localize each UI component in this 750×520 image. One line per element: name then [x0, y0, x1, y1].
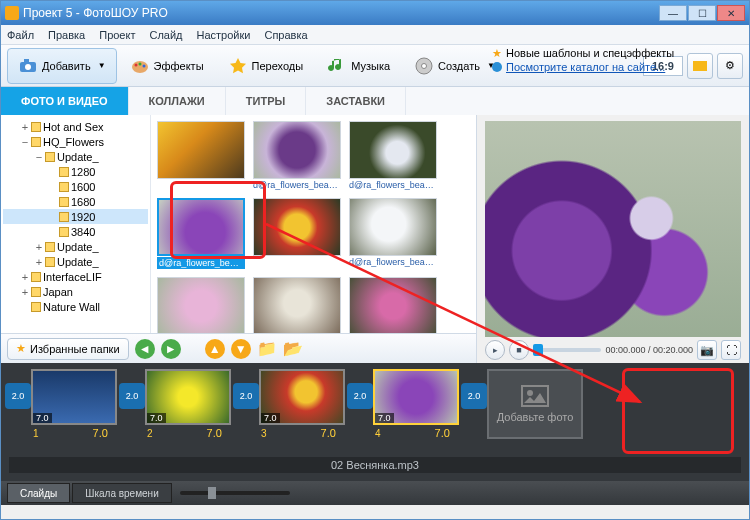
svg-point-4 — [134, 63, 137, 66]
gear-icon: ⚙ — [725, 59, 735, 72]
nav-up-button[interactable]: ▲ — [205, 339, 225, 359]
timeline-clip[interactable]: 7.027.0 — [145, 369, 231, 425]
thumbnail[interactable]: d@ra_flowers_beauty (33 — [253, 121, 341, 190]
tree-node[interactable]: 1600 — [3, 179, 148, 194]
promo-link[interactable]: Посмотрите каталог на сайте... — [506, 60, 665, 74]
menu-project[interactable]: Проект — [99, 29, 135, 41]
transition-chip[interactable]: 2.0 — [119, 383, 145, 409]
folder-tree[interactable]: +Hot and Sex−HQ_Flowers−Update_128016001… — [1, 115, 151, 333]
tree-node[interactable]: 1920 — [3, 209, 148, 224]
titlebar: Проект 5 - ФотоШОУ PRO — ☐ ✕ — [1, 1, 749, 25]
tree-node[interactable]: 1280 — [3, 164, 148, 179]
transition-chip[interactable]: 2.0 — [461, 383, 487, 409]
nav-forward-button[interactable]: ► — [161, 339, 181, 359]
menu-edit[interactable]: Правка — [48, 29, 85, 41]
menubar: Файл Правка Проект Слайд Настройки Справ… — [1, 25, 749, 45]
camera-icon — [18, 56, 38, 76]
tree-node[interactable]: +Update_ — [3, 254, 148, 269]
effects-button[interactable]: Эффекты — [119, 48, 215, 84]
tab-photo-video[interactable]: ФОТО И ВИДЕО — [1, 87, 129, 115]
favorites-bar: ★ Избранные папки ◄ ► ▲ ▼ 📁 📂 — [1, 333, 476, 363]
thumbnail[interactable] — [253, 198, 341, 269]
add-button[interactable]: Добавить▼ — [7, 48, 117, 84]
nav-back-button[interactable]: ◄ — [135, 339, 155, 359]
globe-icon — [492, 62, 502, 72]
svg-rect-2 — [24, 59, 29, 63]
seek-slider[interactable] — [533, 348, 601, 352]
tab-collage[interactable]: КОЛЛАЖИ — [129, 87, 226, 115]
disc-icon — [414, 56, 434, 76]
transition-chip[interactable]: 2.0 — [233, 383, 259, 409]
view-slides-tab[interactable]: Слайды — [7, 483, 70, 503]
thumbnail[interactable]: d@ra_flowers_beauty (47 — [349, 198, 437, 269]
thumbnail-grid: d@ra_flowers_beauty (33d@ra_flowers_beau… — [151, 115, 476, 333]
thumbnail[interactable] — [253, 277, 341, 333]
thumbnail[interactable]: d@ra_flowers_beauty (45 — [349, 121, 437, 190]
tree-node[interactable]: +Update_ — [3, 239, 148, 254]
play-button[interactable]: ▸ — [485, 340, 505, 360]
music-button[interactable]: Музыка — [316, 48, 401, 84]
transitions-button[interactable]: Переходы — [217, 48, 315, 84]
audio-track[interactable]: 02 Веснянка.mp3 — [9, 457, 741, 473]
snapshot-button[interactable]: 📷 — [697, 340, 717, 360]
maximize-button[interactable]: ☐ — [688, 5, 716, 21]
star-icon — [228, 56, 248, 76]
stop-button[interactable]: ■ — [509, 340, 529, 360]
tree-node[interactable]: −Update_ — [3, 149, 148, 164]
tree-node[interactable]: +Hot and Sex — [3, 119, 148, 134]
menu-settings[interactable]: Настройки — [197, 29, 251, 41]
tree-node[interactable]: −HQ_Flowers — [3, 134, 148, 149]
create-button[interactable]: Создать▼ — [403, 48, 506, 84]
transition-chip[interactable]: 2.0 — [5, 383, 31, 409]
palette-icon — [130, 56, 150, 76]
thumbnail[interactable] — [157, 121, 245, 190]
timeline: 2.07.017.02.07.027.02.07.037.02.07.047.0… — [1, 363, 749, 481]
thumbnail[interactable]: d@ra_flowers_beauty (46.. — [157, 198, 245, 269]
display-mode-button[interactable] — [687, 53, 713, 79]
svg-point-5 — [138, 62, 141, 65]
player-controls: ▸ ■ 00:00.000 / 00:20.000 📷 ⛶ — [485, 337, 741, 363]
tab-titles[interactable]: ТИТРЫ — [226, 87, 306, 115]
star-icon: ★ — [492, 46, 502, 60]
star-icon: ★ — [16, 342, 26, 355]
thumbnail[interactable] — [349, 277, 437, 333]
timecode: 00:00.000 / 00:20.000 — [605, 345, 693, 355]
tree-node[interactable]: +Japan — [3, 284, 148, 299]
svg-point-10 — [527, 390, 533, 396]
close-button[interactable]: ✕ — [717, 5, 745, 21]
footer: Слайды Шкала времени — [1, 481, 749, 505]
minimize-button[interactable]: — — [659, 5, 687, 21]
fullscreen-button[interactable]: ⛶ — [721, 340, 741, 360]
folder-open-icon[interactable]: 📂 — [283, 339, 303, 358]
tree-node[interactable]: 1680 — [3, 194, 148, 209]
window-title: Проект 5 - ФотоШОУ PRO — [23, 6, 659, 20]
timeline-clip[interactable]: 7.017.0 — [31, 369, 117, 425]
timeline-clip[interactable]: 7.037.0 — [259, 369, 345, 425]
timeline-clip[interactable]: 7.047.0 — [373, 369, 459, 425]
promo-banner: ★Новые шаблоны и спецэффекты Посмотрите … — [492, 46, 674, 74]
category-tabs: ФОТО И ВИДЕО КОЛЛАЖИ ТИТРЫ ЗАСТАВКИ — [1, 87, 749, 115]
svg-point-1 — [25, 64, 31, 70]
music-icon — [327, 56, 347, 76]
view-timeline-tab[interactable]: Шкала времени — [72, 483, 171, 503]
menu-file[interactable]: Файл — [7, 29, 34, 41]
svg-point-6 — [142, 64, 145, 67]
tree-node[interactable]: +InterfaceLIF — [3, 269, 148, 284]
settings-button[interactable]: ⚙ — [717, 53, 743, 79]
preview-canvas — [485, 121, 741, 337]
transition-chip[interactable]: 2.0 — [347, 383, 373, 409]
nav-down-button[interactable]: ▼ — [231, 339, 251, 359]
add-photo-slot[interactable]: Добавьте фото — [487, 369, 583, 439]
menu-help[interactable]: Справка — [264, 29, 307, 41]
app-icon — [5, 6, 19, 20]
thumbnail[interactable] — [157, 277, 245, 333]
folder-new-icon[interactable]: 📁 — [257, 339, 277, 358]
tree-node[interactable]: 3840 — [3, 224, 148, 239]
svg-point-8 — [422, 63, 427, 68]
tab-splash[interactable]: ЗАСТАВКИ — [306, 87, 406, 115]
favorite-folders-button[interactable]: ★ Избранные папки — [7, 338, 129, 360]
menu-slide[interactable]: Слайд — [149, 29, 182, 41]
zoom-slider[interactable] — [180, 491, 290, 495]
preview-pane: ▸ ■ 00:00.000 / 00:20.000 📷 ⛶ — [477, 115, 749, 363]
tree-node[interactable]: Nature Wall — [3, 299, 148, 314]
